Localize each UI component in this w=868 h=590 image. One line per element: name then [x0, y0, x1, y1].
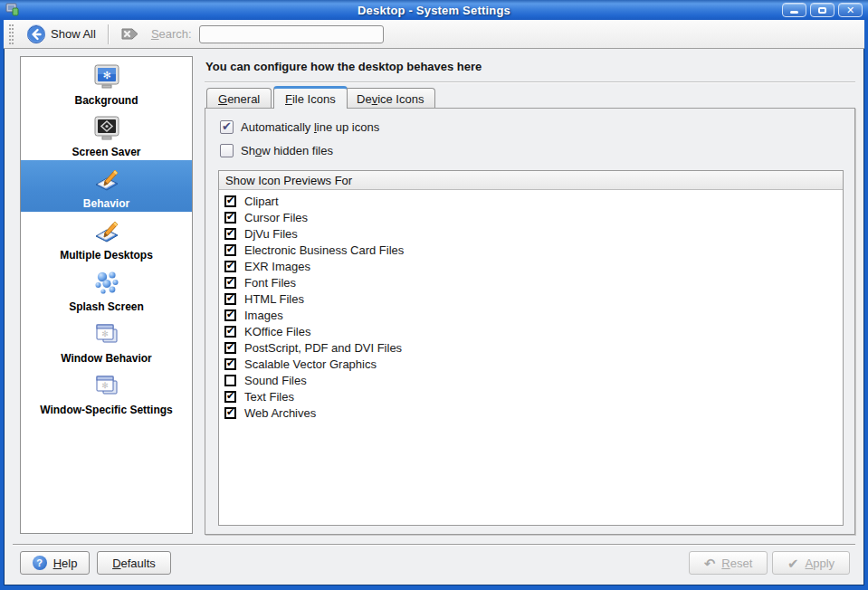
help-button[interactable]: ? Help: [20, 551, 90, 575]
list-item-djvu-files[interactable]: DjVu Files: [219, 225, 843, 242]
close-button[interactable]: ✕: [838, 3, 863, 17]
checkbox[interactable]: [224, 212, 236, 224]
list-item-web-archives[interactable]: Web Archives: [219, 404, 843, 421]
window-specific-icon: ✻: [91, 371, 122, 402]
checkbox[interactable]: [224, 407, 236, 419]
list-item-images[interactable]: Images: [219, 307, 843, 323]
list-item-svg[interactable]: Scalable Vector Graphics: [219, 356, 843, 372]
minimize-button[interactable]: [782, 3, 806, 17]
screensaver-icon: [91, 113, 122, 144]
list-item-exr-images[interactable]: EXR Images: [219, 258, 843, 274]
search-label: Search:: [151, 27, 192, 41]
checkbox[interactable]: [220, 144, 234, 157]
tab-device-icons[interactable]: Device Icons: [345, 88, 435, 109]
sidebar-item-label: Screen Saver: [72, 146, 140, 158]
toolbar: Show All Search:: [4, 20, 864, 49]
list-body: Clipart Cursor Files DjVu Files Electron…: [219, 190, 843, 421]
sidebar-item-label: Splash Screen: [69, 300, 144, 313]
checkbox[interactable]: [224, 228, 236, 240]
checkbox[interactable]: [224, 375, 236, 386]
option-label: Automatically line up icons: [241, 120, 379, 134]
maximize-button[interactable]: [810, 3, 835, 17]
list-item-font-files[interactable]: Font Files: [219, 274, 843, 290]
file-icons-tab-panel: Automatically line up icons Show hidden …: [205, 108, 855, 535]
checkbox[interactable]: [220, 120, 234, 134]
system-settings-window: Desktop - System Settings ✕ Show All Sea…: [0, 0, 868, 590]
behavior-icon: [91, 165, 122, 195]
sidebar-item-label: Multiple Desktops: [60, 249, 153, 262]
undo-icon: ↶: [704, 557, 716, 570]
checkbox[interactable]: [224, 309, 236, 321]
close-icon: ✕: [846, 5, 854, 15]
defaults-label: Defaults: [112, 557, 156, 570]
list-item-html-files[interactable]: HTML Files: [219, 290, 843, 307]
help-label: Help: [53, 557, 78, 570]
checkbox[interactable]: [224, 391, 236, 403]
list-column-header[interactable]: Show Icon Previews For: [219, 171, 843, 190]
help-icon: ?: [33, 556, 47, 570]
sidebar-item-background[interactable]: ✻ Background: [21, 57, 192, 109]
list-item-ebc-files[interactable]: Electronic Business Card Files: [219, 242, 843, 258]
list-item-koffice-files[interactable]: KOffice Files: [219, 323, 843, 339]
sidebar-item-window-specific-settings[interactable]: ✻ Window-Specific Settings: [21, 366, 192, 418]
list-item-text-files[interactable]: Text Files: [219, 388, 843, 404]
sidebar-item-label: Window Behavior: [61, 352, 152, 365]
multiple-desktops-icon: [91, 216, 122, 247]
minimize-icon: [790, 11, 798, 14]
clear-search-icon: [120, 26, 140, 42]
show-all-button[interactable]: Show All: [21, 23, 101, 46]
option-show-hidden[interactable]: Show hidden files: [220, 144, 333, 157]
option-label: Show hidden files: [241, 144, 333, 157]
checkmark-icon: ✔: [787, 557, 799, 570]
sidebar-item-label: Behavior: [83, 197, 129, 210]
checkbox[interactable]: [224, 358, 236, 370]
sidebar-item-window-behavior[interactable]: ✻ Window Behavior: [21, 315, 192, 366]
background-icon: ✻: [91, 62, 122, 92]
checkbox[interactable]: [224, 195, 236, 207]
checkbox[interactable]: [224, 244, 236, 256]
titlebar[interactable]: Desktop - System Settings ✕: [0, 0, 868, 20]
checkbox[interactable]: [224, 293, 236, 305]
tab-file-icons[interactable]: File Icons: [273, 86, 348, 109]
maximize-icon: [818, 7, 826, 14]
reset-label: Reset: [721, 557, 752, 570]
app-icon: [5, 3, 20, 17]
splash-screen-icon: [91, 268, 122, 299]
list-item-postscript-files[interactable]: PostScript, PDF and DVI Files: [219, 339, 843, 356]
sidebar-item-splash-screen[interactable]: Splash Screen: [21, 263, 192, 315]
list-item-cursor-files[interactable]: Cursor Files: [219, 209, 843, 225]
checkbox[interactable]: [224, 342, 236, 354]
svg-text:✻: ✻: [102, 70, 110, 81]
footer-divider: [13, 544, 855, 545]
icon-previews-list: Show Icon Previews For Clipart Cursor Fi…: [218, 170, 844, 526]
sidebar-item-label: Window-Specific Settings: [40, 404, 173, 416]
checkbox[interactable]: [224, 277, 236, 289]
sidebar-item-behavior[interactable]: Behavior: [21, 160, 192, 212]
window-title: Desktop - System Settings: [0, 4, 868, 17]
window-behavior-icon: ✻: [91, 319, 122, 350]
option-auto-line-up[interactable]: Automatically line up icons: [220, 120, 379, 134]
search-input[interactable]: [199, 25, 384, 43]
sidebar-item-screen-saver[interactable]: Screen Saver: [21, 109, 192, 160]
apply-label: Apply: [806, 557, 835, 570]
list-item-clipart[interactable]: Clipart: [219, 193, 843, 209]
list-item-sound-files[interactable]: Sound Files: [219, 372, 843, 388]
checkbox[interactable]: [224, 261, 236, 272]
tab-general[interactable]: General: [206, 88, 272, 109]
sidebar-item-label: Background: [74, 94, 138, 107]
sidebar-item-multiple-desktops[interactable]: Multiple Desktops: [21, 212, 192, 263]
defaults-button[interactable]: Defaults: [97, 551, 171, 575]
toolbar-drag-handle[interactable]: [9, 24, 14, 44]
svg-text:✻: ✻: [101, 381, 109, 390]
reset-button[interactable]: ↶ Reset: [689, 551, 768, 575]
checkbox[interactable]: [224, 326, 236, 338]
module-sidebar: ✻ Background Screen Saver: [20, 56, 193, 534]
toolbar-separator: [108, 24, 109, 44]
clear-search-button[interactable]: [115, 24, 146, 43]
svg-text:✻: ✻: [101, 329, 109, 338]
back-arrow-icon: [26, 24, 46, 44]
show-all-label: Show All: [51, 27, 96, 41]
header-divider: [205, 81, 855, 82]
apply-button[interactable]: ✔ Apply: [772, 551, 850, 575]
page-title: You can configure how the desktop behave…: [205, 60, 482, 73]
